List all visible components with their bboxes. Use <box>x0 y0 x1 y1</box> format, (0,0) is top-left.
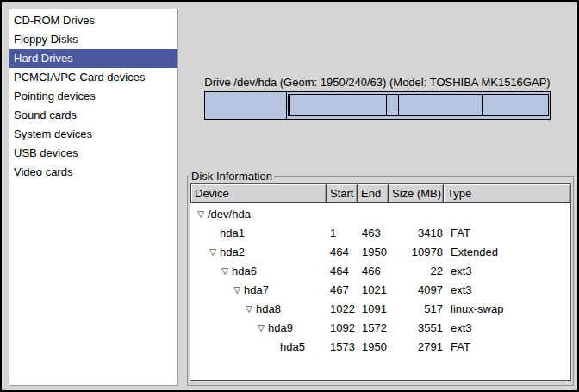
end-cell: 463 <box>358 224 390 243</box>
partition-segment-hda8 <box>386 95 398 115</box>
start-cell: 467 <box>327 281 358 300</box>
table-header-row: Device Start End Size (MB) Type <box>190 184 570 203</box>
sidebar-item-video-cards[interactable]: Video cards <box>9 163 177 182</box>
device-label: /dev/hda <box>208 208 251 221</box>
type-cell: FAT <box>446 224 570 243</box>
size-cell: 10978 <box>390 243 446 262</box>
expander-open-icon[interactable]: ▽ <box>230 281 244 300</box>
hardware-browser-window: CD-ROM DrivesFloppy DisksHard DrivesPCMC… <box>0 0 579 392</box>
device-label: hda8 <box>256 302 281 315</box>
disk-information-frame: Disk Information Device Start End Size (… <box>187 176 574 386</box>
column-header-size[interactable]: Size (MB) <box>388 184 444 203</box>
type-cell: linux-swap <box>446 300 570 319</box>
device-label: hda7 <box>244 283 269 296</box>
device-label: hda1 <box>220 227 245 240</box>
column-header-device[interactable]: Device <box>190 184 327 203</box>
sidebar-item-usb-devices[interactable]: USB devices <box>9 144 177 163</box>
table-row-hda5[interactable]: hda5157319502791FAT <box>190 338 570 357</box>
size-cell: 4097 <box>390 281 446 300</box>
sidebar-item-pcmcia-pc-card-devices[interactable]: PCMCIA/PC-Card devices <box>9 68 177 87</box>
disk-information-label: Disk Information <box>189 170 275 183</box>
sidebar-item-system-devices[interactable]: System devices <box>9 125 177 144</box>
table-row-hda1[interactable]: hda114633418FAT <box>190 224 570 243</box>
type-cell: FAT <box>446 338 570 357</box>
column-header-start[interactable]: Start <box>326 184 358 203</box>
partition-segment-hda2-extended <box>288 94 549 116</box>
sidebar-item-floppy-disks[interactable]: Floppy Disks <box>9 30 177 49</box>
expander-open-icon[interactable]: ▽ <box>218 262 232 281</box>
table-body: ▽/dev/hdahda114633418FAT▽hda246419501097… <box>190 203 570 357</box>
device-label: hda6 <box>232 264 257 277</box>
expander-open-icon[interactable]: ▽ <box>206 243 220 262</box>
end-cell: 1950 <box>358 243 390 262</box>
end-cell: 466 <box>358 262 390 281</box>
start-cell <box>327 205 358 224</box>
expander-open-icon[interactable]: ▽ <box>242 300 256 319</box>
end-cell: 1572 <box>358 319 390 338</box>
column-header-end[interactable]: End <box>357 184 389 203</box>
partition-segment-hda5 <box>482 95 548 115</box>
column-header-type[interactable]: Type <box>443 184 570 203</box>
size-cell <box>390 205 446 224</box>
size-cell: 517 <box>390 300 446 319</box>
expander-open-icon[interactable]: ▽ <box>254 319 268 338</box>
table-row-hda6[interactable]: ▽hda646446622ext3 <box>190 262 570 281</box>
size-cell: 3418 <box>390 224 446 243</box>
device-label: hda2 <box>220 246 245 258</box>
sidebar-item-sound-cards[interactable]: Sound cards <box>9 106 177 125</box>
type-cell: ext3 <box>446 319 570 338</box>
drive-title: Drive /dev/hda (Geom: 1950/240/63) (Mode… <box>204 76 551 89</box>
type-cell: Extended <box>446 243 570 262</box>
type-cell <box>446 205 570 224</box>
start-cell: 464 <box>327 243 358 262</box>
disk-information-table: Device Start End Size (MB) Type ▽/dev/hd… <box>190 183 571 381</box>
table-row--dev-hda[interactable]: ▽/dev/hda <box>190 205 570 224</box>
table-row-hda7[interactable]: ▽hda746710214097ext3 <box>190 281 570 300</box>
start-cell: 1 <box>327 224 358 243</box>
end-cell: 1021 <box>358 281 390 300</box>
size-cell: 22 <box>390 262 446 281</box>
device-label: hda9 <box>268 321 293 334</box>
start-cell: 1092 <box>327 319 358 338</box>
table-row-hda2[interactable]: ▽hda2464195010978Extended <box>190 243 570 262</box>
table-row-hda9[interactable]: ▽hda9109215723551ext3 <box>190 319 570 338</box>
sidebar-item-hard-drives[interactable]: Hard Drives <box>9 49 177 68</box>
size-cell: 2791 <box>390 338 446 357</box>
start-cell: 1022 <box>327 300 358 319</box>
partition-segment-hda9 <box>398 95 482 115</box>
table-row-hda8[interactable]: ▽hda810221091517linux-swap <box>190 300 570 319</box>
sidebar-item-cd-rom-drives[interactable]: CD-ROM Drives <box>9 11 177 30</box>
device-category-list[interactable]: CD-ROM DrivesFloppy DisksHard DrivesPCMC… <box>9 9 178 386</box>
partition-segment-hda1 <box>205 92 287 119</box>
size-cell: 3551 <box>390 319 446 338</box>
start-cell: 1573 <box>327 338 358 357</box>
device-label: hda5 <box>280 340 305 353</box>
end-cell <box>358 205 390 224</box>
start-cell: 464 <box>327 262 358 281</box>
expander-open-icon[interactable]: ▽ <box>194 205 208 224</box>
type-cell: ext3 <box>446 281 570 300</box>
sidebar-item-pointing-devices[interactable]: Pointing devices <box>9 87 177 106</box>
disk-partition-bar <box>204 91 551 120</box>
type-cell: ext3 <box>446 262 570 281</box>
end-cell: 1950 <box>358 338 390 357</box>
end-cell: 1091 <box>358 300 390 319</box>
partition-segment-hda7 <box>290 95 386 115</box>
